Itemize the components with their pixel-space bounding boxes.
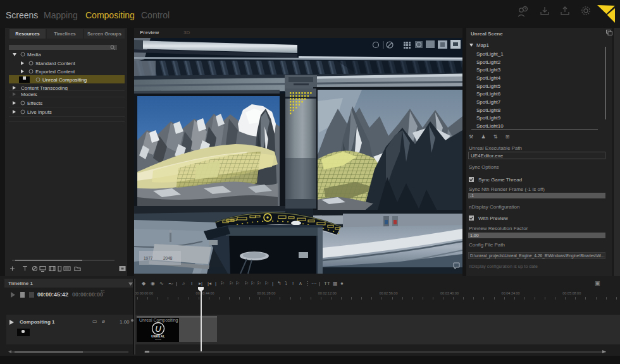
svg-text:U: U (155, 324, 161, 334)
svg-text:2048: 2048 (163, 256, 173, 260)
svg-text:1977: 1977 (144, 256, 153, 260)
svg-text:ENGINE: ENGINE (155, 339, 161, 341)
svg-text:UNREAL: UNREAL (151, 335, 165, 338)
